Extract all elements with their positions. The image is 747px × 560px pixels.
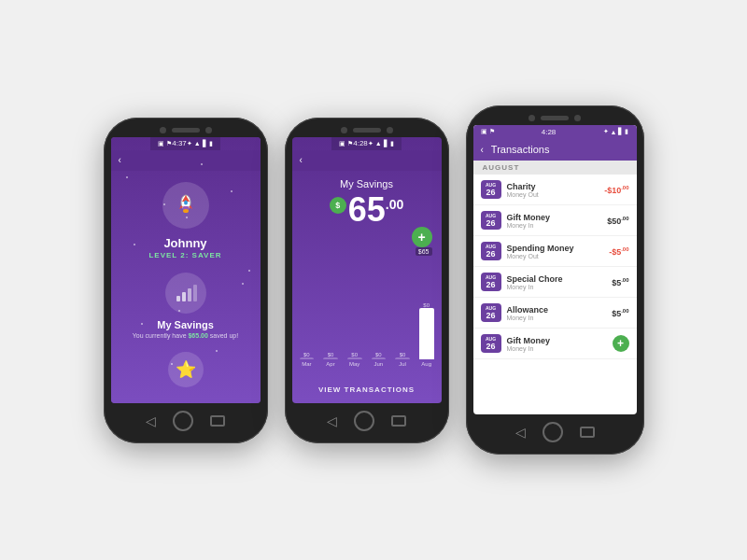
phone-1: ▣ ⚑ 4:37 ✦ ▲ ▋ ▮ ‹ — [104, 118, 268, 443]
tx-date-gift2: Aug 26 — [481, 334, 501, 353]
tx-info-chore: Special Chore Money In — [507, 274, 607, 290]
tx-name-chore: Special Chore — [507, 274, 607, 284]
bar-chart-icon — [175, 283, 197, 303]
status-bar: ▣ ⚑ 4:37 ✦ ▲ ▋ ▮ — [150, 137, 220, 150]
status-left-icons: ▣ ⚑ — [158, 140, 172, 147]
bluetooth-icon-2: ✦ — [368, 140, 374, 147]
sim-icon: ▣ — [158, 140, 164, 147]
speaker — [172, 128, 200, 133]
clock-3: 4:28 — [542, 128, 557, 136]
nav-home-button-3[interactable] — [543, 422, 563, 442]
camera-2 — [205, 127, 212, 133]
signal-icon: ▋ — [203, 140, 207, 147]
rocket-svg — [173, 192, 199, 218]
nav-recent-button-2[interactable] — [391, 415, 406, 427]
bar-jun-bar — [372, 357, 387, 359]
status-right-icons-3: ✦ ▲ ▋ ▮ — [603, 128, 629, 135]
user-name: Johnny — [163, 236, 206, 250]
wifi-icon-3: ▲ — [611, 129, 617, 135]
back-arrow-icon-2[interactable]: ‹ — [300, 155, 303, 165]
tx-day-5: 26 — [482, 311, 500, 320]
phone1-header: ‹ — [111, 150, 261, 171]
transaction-item: Aug 26 Charity Money Out -$10.00 — [473, 175, 637, 205]
tx-name-charity: Charity — [507, 182, 599, 191]
tx-type-charity: Money Out — [507, 191, 599, 198]
nav-home-button[interactable] — [173, 411, 193, 431]
nav-home-button-2[interactable] — [354, 411, 374, 431]
phone-bottom-2: ◁ — [292, 408, 442, 434]
camera-4 — [387, 127, 393, 133]
phones-container: ▣ ⚑ 4:37 ✦ ▲ ▋ ▮ ‹ — [104, 105, 644, 455]
nav-recent-button-3[interactable] — [580, 427, 595, 438]
phone1-content: ▣ ⚑ 4:37 ✦ ▲ ▋ ▮ ‹ — [111, 137, 261, 403]
tx-date-allowance: Aug 26 — [481, 303, 501, 322]
svg-rect-7 — [176, 296, 180, 301]
clock-2: 4:28 — [353, 139, 368, 147]
bar-may: $0 May — [347, 352, 362, 367]
tx-day-4: 26 — [482, 280, 500, 289]
bluetooth-icon: ✦ — [187, 140, 192, 147]
tx-type-gift2: Money In — [507, 345, 607, 352]
add-transaction-button[interactable]: + — [613, 335, 629, 352]
tx-amount-charity: -$10.00 — [604, 185, 628, 195]
status-right-icons: ✦ ▲ ▋ ▮ — [187, 140, 213, 147]
tx-type-gift: Money In — [507, 222, 602, 229]
tx-amount-spending: -$5.00 — [609, 246, 628, 257]
back-arrow-icon-3[interactable]: ‹ — [481, 145, 484, 155]
add-button[interactable]: + — [412, 227, 432, 247]
phone-top-2 — [292, 127, 442, 133]
transaction-item-3: Aug 26 Spending Money Money Out -$5.00 — [473, 236, 637, 267]
svg-rect-10 — [193, 285, 197, 301]
phone2-content: ▣ ⚑ 4:28 ✦ ▲ ▋ ▮ ‹ My Savings — [292, 137, 442, 403]
bar-aug: $0 Aug — [419, 302, 434, 367]
savings-amount: $65.00 — [188, 332, 207, 339]
camera-5 — [529, 115, 535, 121]
battery-icon-2: ▮ — [390, 140, 394, 147]
phone3-header: ‹ Transactions — [473, 138, 637, 161]
phone1-screen: ▣ ⚑ 4:37 ✦ ▲ ▋ ▮ ‹ — [111, 137, 261, 403]
tx-day-3: 26 — [482, 249, 500, 259]
tx-amount-gift: $50.00 — [607, 216, 628, 226]
savings-icon — [165, 273, 206, 314]
phone-bottom: ◁ — [111, 408, 261, 434]
status-left-icons-2: ▣ ⚑ — [339, 140, 353, 147]
tx-day-6: 26 — [482, 342, 500, 351]
nav-recent-button[interactable] — [210, 415, 225, 427]
svg-rect-9 — [188, 288, 191, 301]
bar-aug-bar — [419, 308, 434, 359]
tx-name-allowance: Allowance — [507, 305, 607, 315]
phone3-screen: ▣ ⚑ 4:28 ✦ ▲ ▋ ▮ ‹ Transactions — [473, 125, 637, 414]
phone2-header: ‹ — [292, 150, 442, 171]
star-badge[interactable]: ⭐ — [168, 352, 204, 387]
nav-back-button[interactable]: ◁ — [146, 413, 156, 428]
signal-icon-2: ▋ — [384, 140, 388, 147]
bar-jul-bar — [395, 357, 410, 359]
nav-back-button-2[interactable]: ◁ — [327, 413, 337, 428]
phone-bottom-3: ◁ — [473, 419, 637, 445]
notification-icon-3: ⚑ — [489, 128, 495, 135]
phone-3: ▣ ⚑ 4:28 ✦ ▲ ▋ ▮ ‹ Transactions — [466, 105, 644, 455]
bar-jul: $0 Jul — [395, 352, 410, 367]
tx-date-charity: Aug 26 — [481, 180, 501, 199]
back-arrow-icon[interactable]: ‹ — [119, 155, 121, 165]
tx-info-charity: Charity Money Out — [507, 182, 599, 198]
phone-top — [111, 127, 261, 133]
rocket-area — [162, 182, 209, 229]
rocket-icon — [162, 182, 209, 229]
svg-point-4 — [184, 200, 188, 204]
tx-date-gift: Aug 26 — [481, 211, 501, 230]
phone2-screen: ▣ ⚑ 4:28 ✦ ▲ ▋ ▮ ‹ My Savings — [292, 137, 442, 403]
tx-day: 26 — [482, 188, 500, 197]
status-right-icons-2: ✦ ▲ ▋ ▮ — [368, 140, 394, 147]
chart-area: + $65 $0 Mar $0 Apr — [292, 227, 442, 403]
bar-may-bar — [347, 357, 362, 359]
tx-amount-chore: $5.00 — [612, 277, 628, 287]
camera-6 — [574, 115, 581, 121]
tx-date-chore: Aug 26 — [481, 273, 501, 291]
nav-back-button-3[interactable]: ◁ — [515, 425, 526, 440]
dollar-sign-circle: $ — [330, 197, 346, 214]
savings-description: You currently have $65.00 saved up! — [123, 332, 247, 339]
section-august: AUGUST — [473, 161, 637, 175]
transaction-item-5: Aug 26 Allowance Money In $5.00 — [473, 298, 637, 329]
view-transactions-button[interactable]: VIEW TRANSACTIONS — [318, 380, 415, 399]
